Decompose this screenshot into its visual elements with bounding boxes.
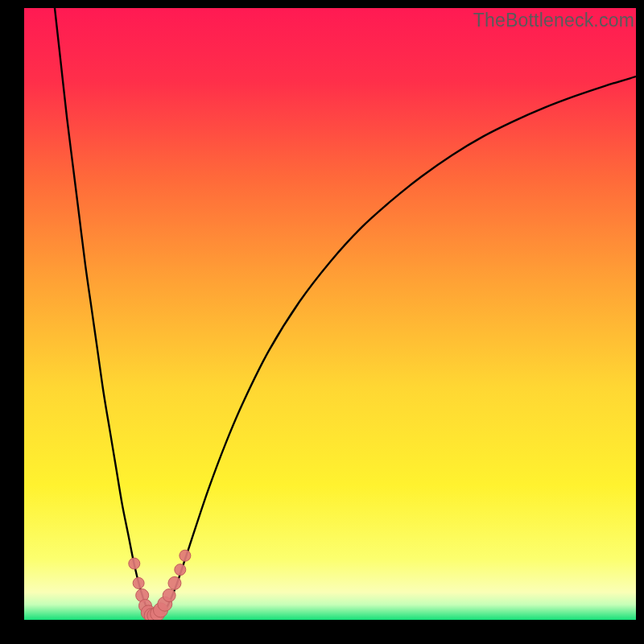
chart-frame: TheBottleneck.com: [0, 0, 644, 644]
data-point: [180, 550, 191, 561]
data-point: [129, 558, 140, 569]
data-point: [133, 577, 144, 588]
data-point: [168, 576, 181, 589]
data-point: [175, 564, 186, 576]
chart-svg: [24, 8, 636, 620]
plot-area: [24, 8, 636, 620]
gradient-background: [24, 8, 636, 620]
data-point: [163, 589, 175, 602]
